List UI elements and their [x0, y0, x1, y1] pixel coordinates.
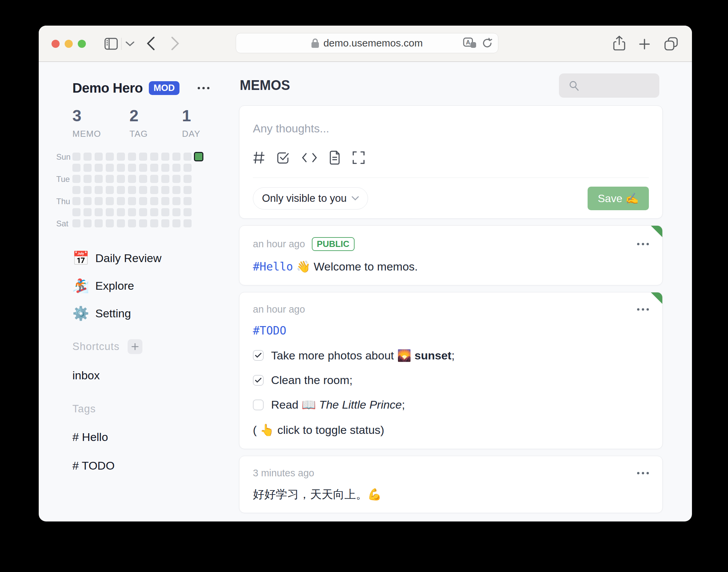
heatmap-cell[interactable] [128, 197, 136, 205]
heatmap-cell[interactable] [172, 208, 180, 216]
heatmap-cell[interactable] [84, 153, 92, 161]
heatmap-cell[interactable] [106, 197, 114, 205]
heatmap-cell[interactable] [184, 164, 192, 172]
heatmap-cell[interactable] [84, 186, 92, 194]
heatmap-cell[interactable] [95, 164, 103, 172]
heatmap-cell[interactable] [150, 197, 158, 205]
heatmap-cell[interactable] [95, 186, 103, 194]
heatmap-cell[interactable] [117, 153, 125, 161]
heatmap-cell[interactable] [139, 208, 147, 216]
heatmap-cell[interactable] [128, 153, 136, 161]
heatmap-cell[interactable] [72, 175, 80, 183]
heatmap-cell[interactable] [150, 186, 158, 194]
heatmap-cell[interactable] [84, 208, 92, 216]
back-button[interactable] [146, 36, 155, 51]
tag-item-todo[interactable]: # TODO [72, 459, 239, 472]
search-input[interactable] [559, 73, 659, 98]
heatmap-cell[interactable] [172, 175, 180, 183]
new-tab-icon[interactable] [639, 38, 650, 50]
heatmap-cell[interactable] [117, 175, 125, 183]
heatmap-cell[interactable] [184, 186, 192, 194]
heatmap-cell[interactable] [128, 208, 136, 216]
sidebar-item-daily-review[interactable]: 📅 Daily Review [72, 250, 239, 266]
heatmap-cell[interactable] [106, 208, 114, 216]
heatmap-cell-active[interactable] [195, 153, 203, 161]
heatmap-cell[interactable] [84, 175, 92, 183]
heatmap-cell[interactable] [139, 175, 147, 183]
heatmap-cell[interactable] [117, 164, 125, 172]
heatmap-cell[interactable] [161, 153, 169, 161]
tag-item-hello[interactable]: # Hello [72, 431, 239, 444]
reload-icon[interactable] [482, 37, 493, 49]
heatmap-cell[interactable] [106, 164, 114, 172]
todo-checkbox[interactable] [253, 400, 264, 410]
heatmap-cell[interactable] [150, 219, 158, 227]
add-shortcut-button[interactable] [128, 339, 142, 354]
heatmap-cell[interactable] [72, 153, 80, 161]
heatmap-cell[interactable] [150, 175, 158, 183]
heatmap-cell[interactable] [117, 186, 125, 194]
heatmap-cell[interactable] [150, 164, 158, 172]
heatmap-cell[interactable] [95, 175, 103, 183]
heatmap-cell[interactable] [161, 175, 169, 183]
heatmap-cell[interactable] [139, 164, 147, 172]
heatmap-cell[interactable] [72, 186, 80, 194]
heatmap-cell[interactable] [106, 219, 114, 227]
file-icon[interactable] [329, 151, 340, 165]
hashtag-icon[interactable] [253, 151, 265, 164]
heatmap-cell[interactable] [84, 219, 92, 227]
heatmap-cell[interactable] [184, 197, 192, 205]
memo-menu-button[interactable] [637, 243, 649, 245]
heatmap-cell[interactable] [184, 208, 192, 216]
heatmap-cell[interactable] [161, 208, 169, 216]
user-row[interactable]: Demo Hero MOD [72, 81, 239, 96]
heatmap-cell[interactable] [117, 208, 125, 216]
heatmap-cell[interactable] [128, 186, 136, 194]
heatmap-cell[interactable] [161, 186, 169, 194]
heatmap-cell[interactable] [184, 219, 192, 227]
heatmap-cell[interactable] [172, 164, 180, 172]
heatmap-cell[interactable] [84, 197, 92, 205]
heatmap-cell[interactable] [184, 175, 192, 183]
translate-icon[interactable]: A [463, 37, 476, 49]
minimize-window-button[interactable] [65, 40, 73, 48]
heatmap-cell[interactable] [161, 197, 169, 205]
heatmap-cell[interactable] [84, 164, 92, 172]
close-window-button[interactable] [52, 40, 60, 48]
heatmap-cell[interactable] [95, 219, 103, 227]
forward-button[interactable] [171, 36, 179, 51]
address-bar[interactable]: demo.usememos.com A [236, 33, 498, 53]
heatmap-cell[interactable] [95, 208, 103, 216]
heatmap-cell[interactable] [106, 186, 114, 194]
memo-tag-link[interactable]: #Hello [253, 260, 293, 273]
editor-placeholder[interactable]: Any thoughts... [253, 122, 649, 135]
todo-checkbox[interactable] [253, 350, 264, 361]
heatmap-cell[interactable] [150, 208, 158, 216]
heatmap-cell[interactable] [72, 164, 80, 172]
heatmap-cell[interactable] [139, 197, 147, 205]
heatmap-cell[interactable] [172, 153, 180, 161]
todo-checkbox[interactable] [253, 375, 264, 386]
checkbox-icon[interactable] [276, 151, 290, 164]
sidebar-toggle-icon[interactable] [104, 38, 118, 50]
chevron-down-icon[interactable] [126, 41, 134, 46]
heatmap-cell[interactable] [172, 197, 180, 205]
heatmap-cell[interactable] [106, 153, 114, 161]
heatmap-cell[interactable] [128, 175, 136, 183]
user-menu-button[interactable] [198, 87, 209, 89]
heatmap-cell[interactable] [172, 219, 180, 227]
heatmap-cell[interactable] [139, 219, 147, 227]
heatmap-cell[interactable] [106, 175, 114, 183]
heatmap-cell[interactable] [161, 164, 169, 172]
share-icon[interactable] [613, 36, 625, 51]
heatmap-cell[interactable] [161, 219, 169, 227]
tab-overview-icon[interactable] [664, 36, 679, 51]
heatmap-cell[interactable] [117, 197, 125, 205]
memo-menu-button[interactable] [637, 472, 649, 474]
sidebar-item-setting[interactable]: ⚙️ Setting [72, 306, 239, 321]
memo-tag-link[interactable]: #TODO [253, 324, 286, 337]
zoom-window-button[interactable] [78, 40, 86, 48]
heatmap-cell[interactable] [95, 153, 103, 161]
heatmap-cell[interactable] [95, 197, 103, 205]
heatmap-cell[interactable] [139, 186, 147, 194]
